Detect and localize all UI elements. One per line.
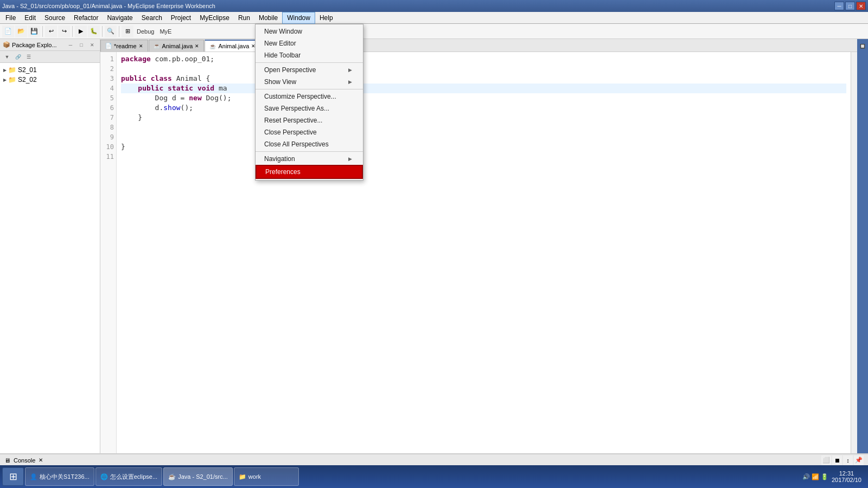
save-button[interactable]: 💾 [28, 25, 40, 37]
code-line-2 [121, 64, 846, 74]
console-close-icon[interactable]: ✕ [39, 457, 43, 463]
menu-project[interactable]: Project [167, 12, 195, 24]
taskbar-icon-4: 📁 [239, 473, 246, 480]
search-button[interactable]: 🔍 [105, 25, 117, 37]
package-explorer-header: 📦 Package Explo... ─ □ ✕ [0, 39, 100, 51]
tab-readme[interactable]: 📄 *readme ✕ [100, 40, 148, 52]
menu-help[interactable]: Help [315, 12, 337, 24]
package-tree: ▶ 📁 S2_01 ▶ 📁 S2_02 [0, 63, 100, 87]
menu-new-window[interactable]: New Window [256, 25, 363, 37]
menu-file[interactable]: File [1, 12, 20, 24]
perspective-label[interactable]: 🔲 [858, 41, 867, 51]
pkg-title-text: Package Explo... [12, 42, 57, 48]
code-line-7: } [121, 113, 846, 123]
menu-run[interactable]: Run [234, 12, 254, 24]
menu-myeclipse[interactable]: MyEclipse [195, 12, 234, 24]
tree-item-s2-01[interactable]: ▶ 📁 S2_01 [1, 65, 99, 75]
console-scroll-button[interactable]: ↕ [843, 455, 853, 465]
clock-time: 12:31 [832, 470, 861, 477]
console-clear-button[interactable]: ⬜ [821, 455, 831, 465]
minimize-button[interactable]: ─ [834, 2, 844, 10]
title-text: Java - S2_01/src/com/pb/oop_01/Animal.ja… [2, 3, 215, 9]
pkg-menu-icon[interactable]: ☰ [24, 52, 34, 62]
console-pin-button[interactable]: 📌 [854, 455, 864, 465]
line-num-9: 9 [100, 132, 114, 142]
maximize-button[interactable]: □ [845, 2, 855, 10]
line-num-7: 7 [100, 113, 114, 123]
title-bar-controls: ─ □ ✕ [834, 2, 866, 10]
code-line-10: } [121, 142, 846, 152]
start-button[interactable]: ⊞ [2, 467, 24, 486]
debug-button[interactable]: 🐛 [88, 25, 100, 37]
debug-label: Debug [135, 28, 156, 35]
close-window-button[interactable]: ✕ [856, 2, 866, 10]
tab-animal1-label: Animal.java [162, 43, 193, 49]
code-line-6: d.show(); [121, 103, 846, 113]
menu-save-perspective-as[interactable]: Save Perspective As... [256, 102, 363, 114]
tab-animal1-close[interactable]: ✕ [195, 43, 199, 49]
main-layout: 📦 Package Explo... ─ □ ✕ ▼ 🔗 ☰ ▶ 📁 S2_01… [0, 39, 868, 453]
tree-arrow-s2-01: ▶ [3, 68, 7, 73]
tab-animal2-icon: ☕ [209, 43, 216, 49]
menu-search[interactable]: Search [137, 12, 167, 24]
taskbar-label-3: Java - S2_01/src... [178, 473, 228, 480]
taskbar-item-4[interactable]: 📁 work [234, 467, 299, 486]
pkg-close-button[interactable]: ✕ [87, 40, 97, 50]
redo-button[interactable]: ↪ [58, 25, 70, 37]
tree-label-s2-02: S2_02 [18, 76, 37, 84]
tree-item-s2-02[interactable]: ▶ 📁 S2_02 [1, 75, 99, 85]
menu-preferences[interactable]: Preferences [256, 165, 363, 179]
run-button[interactable]: ▶ [75, 25, 87, 37]
menu-close-all-perspectives[interactable]: Close All Perspectives [256, 138, 363, 150]
open-button[interactable]: 📂 [15, 25, 27, 37]
code-line-5: Dog d = new Dog(); [121, 93, 846, 103]
menu-source[interactable]: Source [40, 12, 69, 24]
taskbar: ⊞ 👤 核心中关S1T236... 🌐 怎么设置eclipse... ☕ Jav… [0, 465, 868, 488]
pkg-minimize-button[interactable]: ─ [66, 40, 75, 50]
editor-scrollbar[interactable] [851, 52, 857, 453]
menu-open-perspective[interactable]: Open Perspective [256, 64, 363, 76]
menu-reset-perspective[interactable]: Reset Perspective... [256, 114, 363, 126]
line-num-8: 8 [100, 123, 114, 132]
tab-animal-2[interactable]: ☕ Animal.java ✕ [205, 40, 260, 52]
menu-edit[interactable]: Edit [20, 12, 40, 24]
menu-close-perspective[interactable]: Close Perspective [256, 126, 363, 138]
pkg-link-icon[interactable]: 🔗 [13, 52, 23, 62]
line-num-6: 6 [100, 103, 114, 113]
code-line-11 [121, 152, 846, 162]
code-content[interactable]: package com.pb.oop_01; public class Anim… [117, 52, 851, 453]
package-explorer: 📦 Package Explo... ─ □ ✕ ▼ 🔗 ☰ ▶ 📁 S2_01… [0, 39, 100, 453]
undo-button[interactable]: ↩ [45, 25, 57, 37]
line-num-2: 2 [100, 64, 114, 74]
menu-navigation[interactable]: Navigation [256, 153, 363, 165]
menu-customize-perspective[interactable]: Customize Perspective... [256, 91, 363, 102]
line-num-1: 1 [100, 54, 114, 64]
pkg-collapse-icon[interactable]: ▼ [2, 52, 12, 62]
toolbar-sep-4 [119, 26, 119, 37]
pkg-toolbar: ▼ 🔗 ☰ [0, 51, 100, 63]
taskbar-item-3[interactable]: ☕ Java - S2_01/src... [163, 467, 233, 486]
toolbar: 📄 📂 💾 ↩ ↪ ▶ 🐛 🔍 ⊞ Debug MyE [0, 24, 868, 39]
perspective-button[interactable]: ⊞ [122, 25, 133, 37]
menu-divider-3 [256, 151, 363, 152]
code-line-8 [121, 123, 846, 132]
tab-animal2-label: Animal.java [218, 43, 249, 49]
menu-refactor[interactable]: Refactor [69, 12, 103, 24]
menu-hide-toolbar[interactable]: Hide Toolbar [256, 49, 363, 61]
tab-readme-icon: 📄 [105, 43, 112, 49]
menu-navigate[interactable]: Navigate [103, 12, 137, 24]
menu-mobile[interactable]: Mobile [254, 12, 282, 24]
menu-window[interactable]: Window [282, 12, 315, 24]
taskbar-item-2[interactable]: 🌐 怎么设置eclipse... [95, 467, 162, 486]
menu-new-editor[interactable]: New Editor [256, 37, 363, 49]
tab-animal-1[interactable]: ☕ Animal.java ✕ [149, 40, 205, 52]
console-terminate-button[interactable]: ⏹ [832, 455, 842, 465]
menu-show-view[interactable]: Show View [256, 76, 363, 88]
console-toolbar: ⬜ ⏹ ↕ 📌 [821, 455, 864, 465]
taskbar-item-1[interactable]: 👤 核心中关S1T236... [25, 467, 94, 486]
new-button[interactable]: 📄 [2, 25, 14, 37]
taskbar-label-1: 核心中关S1T236... [40, 473, 90, 481]
folder-icon-s2-01: 📁 [8, 66, 16, 74]
tab-readme-close[interactable]: ✕ [139, 43, 143, 49]
pkg-maximize-button[interactable]: □ [76, 40, 86, 50]
